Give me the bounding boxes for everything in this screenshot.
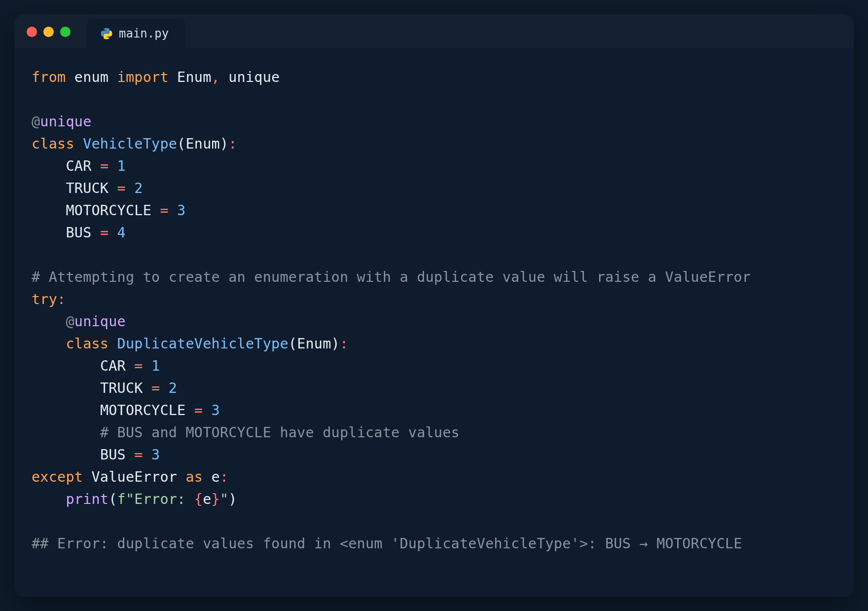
editor-window: main.py from enum import Enum, unique @u… <box>15 15 853 596</box>
eq: = <box>117 180 126 196</box>
string: " <box>220 491 228 507</box>
comment: ## Error: duplicate values found in <enu… <box>32 535 742 552</box>
titlebar: main.py <box>15 15 853 48</box>
eq: = <box>100 225 108 241</box>
kw-from: from <box>32 69 66 85</box>
base-class: Enum <box>297 336 331 352</box>
minimize-icon[interactable] <box>43 27 54 37</box>
ident: BUS <box>100 447 126 463</box>
ident: CAR <box>66 158 91 174</box>
colon: : <box>340 336 348 352</box>
ident: MOTORCYCLE <box>66 202 151 219</box>
code-editor[interactable]: from enum import Enum, unique @unique cl… <box>15 48 853 596</box>
eq: = <box>151 380 160 396</box>
ident: BUS <box>66 225 91 241</box>
decorator: unique <box>40 114 91 130</box>
comment: # Attempting to create an enumeration wi… <box>32 269 751 285</box>
ident: e <box>203 491 211 507</box>
window-controls <box>15 15 82 48</box>
number: 1 <box>117 158 126 174</box>
fn-print: print <box>66 491 108 507</box>
number: 2 <box>169 380 177 396</box>
decorator: unique <box>74 313 126 330</box>
kw-except: except <box>32 469 83 485</box>
kw-class: class <box>32 136 74 152</box>
tab-main-py[interactable]: main.py <box>87 19 185 48</box>
comma: , <box>212 69 220 85</box>
brace: { <box>194 491 203 507</box>
eq: = <box>134 358 143 374</box>
string: f"Error: <box>117 491 194 507</box>
paren: ) <box>220 136 228 152</box>
number: 3 <box>177 202 185 219</box>
paren: ) <box>331 336 340 352</box>
comment: # BUS and MOTORCYCLE have duplicate valu… <box>100 424 460 441</box>
python-icon <box>100 27 113 40</box>
brace: } <box>212 491 220 507</box>
exception: ValueError <box>92 469 178 485</box>
module: enum <box>74 69 108 85</box>
at-sign: @ <box>66 313 74 330</box>
eq: = <box>160 202 168 219</box>
close-icon[interactable] <box>27 27 37 37</box>
paren: ( <box>177 136 185 152</box>
kw-try: try <box>32 291 57 307</box>
tab-label: main.py <box>119 27 169 40</box>
ident: Enum <box>177 69 211 85</box>
eq: = <box>194 402 203 419</box>
base-class: Enum <box>185 136 219 152</box>
colon: : <box>220 469 228 485</box>
ident: e <box>212 469 220 485</box>
ident: unique <box>228 69 280 85</box>
paren: ( <box>289 336 297 352</box>
maximize-icon[interactable] <box>60 27 71 37</box>
eq: = <box>134 447 143 463</box>
colon: : <box>57 291 66 307</box>
number: 2 <box>134 180 143 196</box>
ident: TRUCK <box>66 180 108 196</box>
number: 1 <box>151 358 160 374</box>
kw-import: import <box>117 69 169 85</box>
paren: ) <box>228 491 237 507</box>
number: 4 <box>117 225 126 241</box>
kw-class: class <box>66 336 108 352</box>
ident: TRUCK <box>100 380 143 396</box>
at-sign: @ <box>32 114 40 130</box>
ident: MOTORCYCLE <box>100 402 186 419</box>
number: 3 <box>212 402 220 419</box>
class-name: VehicleType <box>83 136 177 152</box>
eq: = <box>100 158 108 174</box>
number: 3 <box>151 447 160 463</box>
kw-as: as <box>185 469 203 485</box>
paren: ( <box>108 491 117 507</box>
ident: CAR <box>100 358 126 374</box>
class-name: DuplicateVehicleType <box>117 336 289 352</box>
colon: : <box>228 136 237 152</box>
